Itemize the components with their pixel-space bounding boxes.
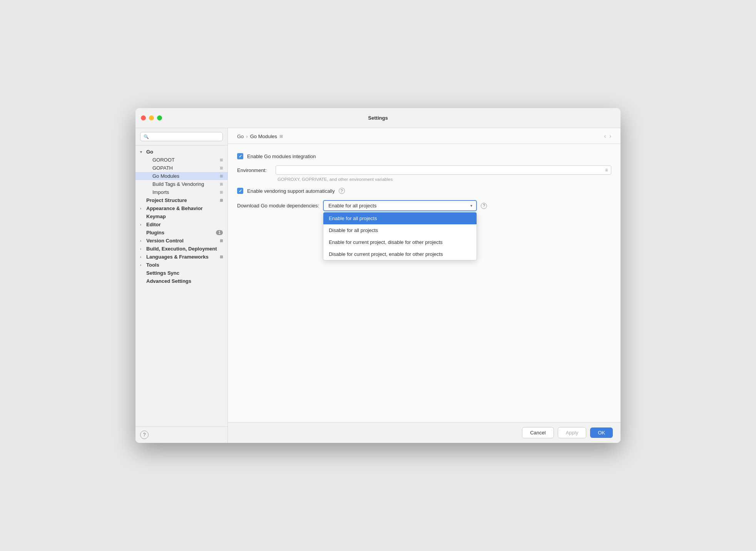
chevron-right-icon: › [140,207,145,210]
breadcrumb-doc-icon: ⊞ [279,134,283,139]
doc-icon: ⊞ [220,198,223,202]
breadcrumb-parent: Go [237,134,244,139]
breadcrumb-separator: › [246,134,248,139]
apply-button[interactable]: Apply [558,427,587,438]
settings-window: Settings 🔍 ▾ Go GOROOT ⊞ [135,108,621,443]
search-icon: 🔍 [144,134,149,139]
sidebar-bottom: ? [135,426,227,443]
traffic-lights [141,115,162,120]
doc-icon: ⊞ [220,182,223,186]
doc-icon: ⊞ [220,166,223,170]
search-box[interactable]: 🔍 [140,132,223,141]
nav-back-button[interactable]: ‹ [604,133,606,140]
sidebar-item-settings-sync-label: Settings Sync [146,270,179,276]
sidebar-item-go-modules[interactable]: Go Modules ⊞ [135,172,227,180]
enable-go-modules-label: Enable Go modules integration [247,154,316,159]
sidebar-item-editor-label: Editor [146,222,161,227]
environment-label: Environment: [237,167,272,173]
nav-tree: ▾ Go GOROOT ⊞ GOPATH ⊞ Go Modules [135,145,227,426]
maximize-button[interactable] [157,115,162,120]
download-row: Download Go module dependencies: Enable … [237,200,611,211]
dropdown-option-enable-current[interactable]: Enable for current project, disable for … [323,236,477,248]
help-button[interactable]: ? [140,431,149,439]
sidebar-item-go-modules-label: Go Modules [152,173,179,179]
dropdown-menu: Enable for all projects Disable for all … [323,212,477,260]
sidebar-item-settings-sync[interactable]: ▾ Settings Sync [135,269,227,277]
sidebar-item-version-control[interactable]: › Version Control ⊞ [135,237,227,245]
dropdown-option-disable-current[interactable]: Disable for current project, enable for … [323,248,477,260]
chevron-right-icon: › [140,239,145,243]
search-input[interactable] [151,134,219,139]
panel-header: Go › Go Modules ⊞ ‹ › [228,128,621,144]
sidebar-item-imports[interactable]: Imports ⊞ [135,188,227,196]
footer: Cancel Apply OK [228,422,621,443]
ok-button[interactable]: OK [590,427,613,438]
sidebar-item-editor[interactable]: › Editor [135,220,227,229]
chevron-right-icon: › [140,263,145,267]
sidebar-item-gopath-label: GOPATH [152,165,173,171]
chevron-down-icon: ▾ [470,204,472,208]
chevron-right-icon: › [140,255,145,259]
environment-hint: GOPROXY, GOPRIVATE, and other environmen… [278,177,611,182]
sidebar-item-appearance-behavior[interactable]: › Appearance & Behavior [135,204,227,212]
dropdown-option-disable-all[interactable]: Disable for all projects [323,224,477,236]
chevron-right-icon: › [140,223,145,227]
sidebar-item-goroot-label: GOROOT [152,157,175,163]
download-label: Download Go module dependencies: [237,203,319,209]
environment-edit-icon[interactable]: ≡ [605,167,608,173]
sidebar-item-build-execution[interactable]: › Build, Execution, Deployment [135,245,227,253]
sidebar-item-advanced-settings-label: Advanced Settings [146,278,191,284]
window-title: Settings [368,115,388,121]
sidebar-item-version-control-label: Version Control [146,238,184,244]
sidebar-item-languages-frameworks[interactable]: › Languages & Frameworks ⊞ [135,253,227,261]
cancel-button[interactable]: Cancel [522,427,554,438]
main-panel: Go › Go Modules ⊞ ‹ › Enable Go modules … [228,128,621,443]
sidebar-item-project-structure-label: Project Structure [146,197,187,203]
enable-vendoring-label: Enable vendoring support automatically [247,188,335,194]
dropdown-selected-value: Enable for all projects [328,203,468,209]
doc-icon: ⊞ [220,174,223,178]
nav-forward-button[interactable]: › [609,133,611,140]
environment-input-wrapper[interactable]: ≡ [276,165,611,175]
dropdown-wrapper: Enable for all projects ▾ Enable for all… [323,200,477,211]
sidebar: 🔍 ▾ Go GOROOT ⊞ GOPA [135,128,228,443]
enable-vendoring-row: Enable vendoring support automatically ? [237,188,611,194]
doc-icon: ⊞ [220,190,223,194]
sidebar-item-goroot[interactable]: GOROOT ⊞ [135,156,227,164]
download-help-icon[interactable]: ? [481,203,487,209]
breadcrumb-current: Go Modules [250,134,277,139]
doc-icon: ⊞ [220,158,223,162]
sidebar-item-build-tags[interactable]: Build Tags & Vendoring ⊞ [135,180,227,188]
chevron-right-icon: › [140,247,145,251]
sidebar-item-project-structure[interactable]: ▾ Project Structure ⊞ [135,196,227,204]
sidebar-item-plugins-label: Plugins [146,230,164,235]
sidebar-item-advanced-settings[interactable]: ▾ Advanced Settings [135,277,227,285]
content-area: 🔍 ▾ Go GOROOT ⊞ GOPA [135,128,621,443]
environment-input[interactable] [279,167,605,173]
sidebar-item-build-tags-label: Build Tags & Vendoring [152,181,204,187]
enable-go-modules-row: Enable Go modules integration [237,153,611,159]
titlebar: Settings [135,108,621,128]
sidebar-item-go-label: Go [146,149,153,155]
breadcrumb: Go › Go Modules ⊞ [237,134,283,139]
vendoring-help-icon[interactable]: ? [339,188,345,194]
close-button[interactable] [141,115,146,120]
sidebar-item-languages-frameworks-label: Languages & Frameworks [146,254,209,260]
enable-go-modules-checkbox[interactable] [237,153,243,159]
chevron-down-icon: ▾ [140,150,145,154]
sidebar-item-tools-label: Tools [146,262,159,268]
enable-vendoring-checkbox[interactable] [237,188,243,194]
download-dropdown[interactable]: Enable for all projects ▾ [323,200,477,211]
search-area: 🔍 [135,128,227,145]
doc-icon: ⊞ [220,255,223,259]
sidebar-item-gopath[interactable]: GOPATH ⊞ [135,164,227,172]
panel-body: Enable Go modules integration Environmen… [228,144,621,422]
sidebar-item-plugins[interactable]: ▾ Plugins 1 [135,229,227,237]
minimize-button[interactable] [149,115,154,120]
plugins-badge: 1 [216,230,223,235]
sidebar-item-tools[interactable]: › Tools [135,261,227,269]
sidebar-item-go[interactable]: ▾ Go [135,148,227,156]
dropdown-option-enable-all[interactable]: Enable for all projects [323,212,477,224]
sidebar-item-imports-label: Imports [152,189,169,195]
sidebar-item-keymap[interactable]: ▾ Keymap [135,212,227,220]
